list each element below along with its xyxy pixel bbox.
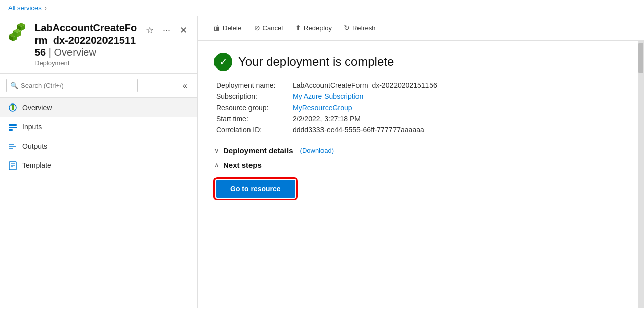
resource-title-group: LabAccountCreateForm_dx-20220202151156 |…	[34, 22, 137, 67]
status-check-icon: ✓	[214, 53, 232, 71]
more-button[interactable]: ···	[161, 24, 172, 37]
svg-rect-13	[9, 129, 13, 131]
go-to-resource-button[interactable]: Go to resource	[216, 180, 295, 198]
search-icon: 🔍	[10, 82, 18, 89]
close-button[interactable]: ✕	[177, 24, 189, 37]
sidebar-item-label-outputs: Outputs	[22, 142, 47, 150]
refresh-button[interactable]: ↻ Refresh	[339, 21, 381, 35]
svg-marker-10	[11, 104, 15, 110]
resource-subtitle: Deployment	[34, 59, 137, 67]
sidebar-nav: Overview Inputs	[0, 98, 197, 308]
redeploy-icon: ⬆	[295, 24, 301, 32]
sidebar-item-label-overview: Overview	[22, 103, 52, 112]
overview-icon	[8, 103, 17, 112]
template-icon	[8, 161, 17, 170]
search-bar: 🔍 «	[0, 74, 197, 98]
subscription-label: Subscription:	[216, 92, 290, 100]
resource-icon	[8, 22, 28, 42]
deployment-name-label: Deployment name:	[216, 81, 290, 89]
breadcrumb: All services ›	[0, 0, 644, 16]
sidebar: LabAccountCreateForm_dx-20220202151156 |…	[0, 16, 198, 308]
resource-group-row: Resource group: MyResourceGroup	[216, 103, 622, 112]
resource-group-label: Resource group:	[216, 103, 290, 112]
content-area: 🗑 Delete ⊘ Cancel ⬆ Redeploy ↻ Refresh ✓	[198, 16, 644, 308]
sidebar-item-template[interactable]: Template	[0, 156, 197, 175]
search-input-wrap: 🔍	[6, 79, 138, 92]
start-time-value: 2/2/2022, 3:27:18 PM	[293, 115, 361, 123]
toolbar: 🗑 Delete ⊘ Cancel ⬆ Redeploy ↻ Refresh	[198, 16, 644, 41]
deployment-name-value: LabAccountCreateForm_dx-20220202151156	[293, 81, 437, 89]
content-body: ✓ Your deployment is complete Deployment…	[198, 41, 638, 308]
deployment-details-section-header[interactable]: ∨ Deployment details (Download)	[214, 146, 622, 155]
sidebar-item-label-template: Template	[22, 161, 51, 169]
svg-rect-12	[9, 127, 17, 128]
start-time-label: Start time:	[216, 115, 290, 123]
next-steps-chevron: ∧	[214, 161, 219, 169]
inputs-icon	[8, 122, 17, 131]
resource-header: LabAccountCreateForm_dx-20220202151156 |…	[0, 16, 197, 74]
sidebar-item-outputs[interactable]: Outputs	[0, 136, 197, 156]
redeploy-button[interactable]: ⬆ Redeploy	[290, 21, 337, 35]
sidebar-item-overview[interactable]: Overview	[0, 98, 197, 117]
collapse-sidebar-button[interactable]: «	[178, 79, 191, 92]
next-steps-section-header[interactable]: ∧ Next steps	[214, 161, 622, 169]
sidebar-item-label-inputs: Inputs	[22, 123, 42, 131]
header-actions: ☆ ··· ✕	[144, 24, 189, 37]
all-services-link[interactable]: All services	[8, 4, 42, 12]
next-steps-section: ∧ Next steps Go to resource	[214, 161, 622, 198]
svg-rect-11	[9, 124, 17, 126]
subscription-row: Subscription: My Azure Subscription	[216, 92, 622, 100]
search-input[interactable]	[6, 79, 138, 92]
resource-group-value[interactable]: MyResourceGroup	[293, 103, 352, 112]
deployment-details-title: Deployment details	[223, 146, 293, 155]
deployment-status: ✓ Your deployment is complete	[214, 53, 622, 71]
resource-title: LabAccountCreateForm_dx-20220202151156 |…	[34, 22, 137, 58]
correlation-id-label: Correlation ID:	[216, 126, 290, 134]
next-steps-title: Next steps	[223, 161, 262, 169]
deployment-details-chevron: ∨	[214, 147, 219, 154]
deployment-status-text: Your deployment is complete	[238, 55, 394, 69]
cancel-button[interactable]: ⊘ Cancel	[249, 21, 288, 35]
sidebar-item-inputs[interactable]: Inputs	[0, 117, 197, 136]
scrollbar-thumb[interactable]	[638, 43, 643, 73]
correlation-id-row: Correlation ID: dddd3333-ee44-5555-66ff-…	[216, 126, 622, 134]
cancel-icon: ⊘	[254, 24, 260, 32]
refresh-icon: ↻	[344, 24, 350, 32]
correlation-id-value: dddd3333-ee44-5555-66ff-777777aaaaaa	[293, 126, 424, 134]
svg-rect-17	[9, 162, 16, 170]
scrollbar-track[interactable]	[638, 41, 644, 308]
deployment-name-row: Deployment name: LabAccountCreateForm_dx…	[216, 81, 622, 89]
subscription-value[interactable]: My Azure Subscription	[293, 92, 363, 100]
delete-button[interactable]: 🗑 Delete	[208, 21, 247, 35]
pin-button[interactable]: ☆	[144, 24, 156, 37]
breadcrumb-separator: ›	[45, 5, 47, 12]
start-time-row: Start time: 2/2/2022, 3:27:18 PM	[216, 115, 622, 123]
deployment-details-grid: Deployment name: LabAccountCreateForm_dx…	[216, 81, 622, 134]
delete-icon: 🗑	[213, 24, 220, 32]
outputs-icon	[8, 142, 17, 151]
deployment-details-download-link[interactable]: (Download)	[300, 147, 334, 154]
